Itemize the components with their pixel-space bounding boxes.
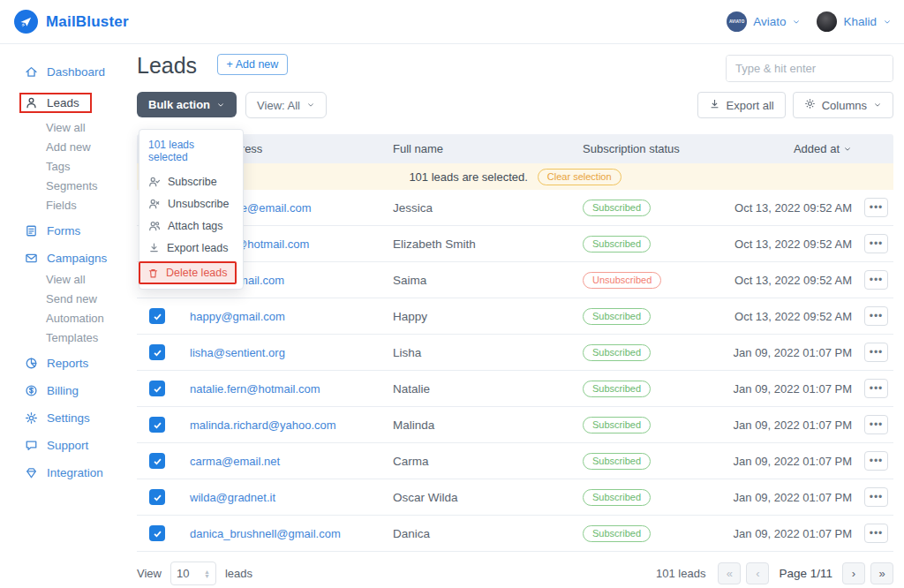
bulk-action-button[interactable]: Bulk action [137,92,237,117]
row-checkbox[interactable] [149,489,165,505]
lead-email-link[interactable]: wilda@gradnet.it [190,491,275,504]
lead-added-at: Jan 09, 2022 01:07 PM [733,418,852,432]
sidebar-item-settings[interactable]: Settings [0,407,137,429]
bulk-menu-item-subscribe[interactable]: Subscribe [139,170,243,192]
lead-full-name: Elizabeth Smith [393,237,583,251]
subscription-status-badge: Subscribed [583,344,651,361]
lead-email-link[interactable]: malinda.richard@yahoo.com [190,418,336,432]
bulk-menu-item-export-leads[interactable]: Export leads [139,237,243,259]
chevron-down-icon [306,101,315,109]
row-checkbox[interactable] [149,381,165,396]
sidebar-item-integration[interactable]: Integration [0,462,137,484]
col-header-added-at[interactable]: Added at [733,142,852,155]
row-actions-button[interactable]: ••• [864,415,888,434]
row-actions-button[interactable]: ••• [864,343,888,362]
page-title: Leads [137,53,197,79]
row-checkbox[interactable] [149,525,165,541]
gear-icon [25,411,38,425]
col-header-full-name[interactable]: Full name [393,142,583,155]
chevron-down-icon [873,101,882,109]
row-actions-button[interactable]: ••• [864,306,888,326]
sidebar-item-billing[interactable]: Billing [0,380,137,402]
stepper-carets-icon[interactable]: ▲▼ [204,569,210,578]
sidebar-item-dashboard[interactable]: Dashboard [0,61,137,83]
per-page-stepper[interactable]: 10 ▲▼ [170,562,216,585]
row-actions-button[interactable]: ••• [864,379,888,398]
sidebar-item-label: Forms [47,224,80,237]
table-row: jessica.nee@email.comJessicaSubscribedOc… [137,190,893,226]
lead-full-name: Lisha [393,346,583,359]
lead-email-link[interactable]: carma@email.net [190,455,280,468]
sidebar-item-add-new[interactable]: Add new [0,137,137,156]
bulk-menu-item-label: Subscribe [168,176,217,188]
workspace-menu[interactable]: AVIATO Aviato [727,11,801,32]
sidebar-item-automation[interactable]: Automation [0,308,137,328]
row-actions-button[interactable]: ••• [864,198,888,217]
sidebar-item-forms[interactable]: Forms [0,220,137,242]
home-icon [25,65,38,79]
sidebar-item-view-all[interactable]: View all [0,117,137,137]
sidebar-item-support[interactable]: Support [0,434,137,456]
export-all-button[interactable]: Export all [697,92,786,118]
sidebar-item-label: Templates [46,331,98,344]
row-actions-button[interactable]: ••• [864,451,888,471]
first-page-button[interactable]: « [718,562,741,584]
bulk-action-label: Bulk action [148,98,210,111]
lead-full-name: Danica [393,527,583,540]
selection-alert: 101 leads are selected. Clear selection [137,163,893,190]
row-checkbox[interactable] [149,453,165,469]
sidebar-item-segments[interactable]: Segments [0,176,137,195]
chevron-down-icon [216,101,225,109]
bulk-menu-item-label: Delete leads [166,267,228,279]
row-checkbox[interactable] [149,417,165,433]
dollar-icon [25,384,38,397]
next-page-button[interactable]: › [842,562,865,584]
table-row: natalie.fern@hotmail.comNatalieSubscribe… [137,371,893,407]
prev-page-button[interactable]: ‹ [746,562,769,584]
lead-email-link[interactable]: lisha@sentient.org [190,346,285,359]
sidebar-item-label: Dashboard [47,65,105,79]
lead-full-name: Jessica [393,201,583,215]
bulk-menu-item-attach-tags[interactable]: Attach tags [139,215,243,237]
row-actions-button[interactable]: ••• [864,234,888,253]
col-header-status[interactable]: Subscription status [583,142,733,155]
sidebar-item-send-new[interactable]: Send new [0,289,137,308]
subscription-status-badge: Unsubscribed [583,272,661,289]
row-actions-button[interactable]: ••• [864,270,888,290]
lead-email-link[interactable]: danica_brushnell@gmail.com [190,527,341,540]
lead-email-link[interactable]: natalie.fern@hotmail.com [190,382,320,396]
sidebar-item-tags[interactable]: Tags [0,156,137,176]
row-checkbox[interactable] [149,308,165,324]
sidebar-item-label: Segments [46,179,98,192]
search-input[interactable] [727,56,893,81]
sidebar-item-templates[interactable]: Templates [0,328,137,347]
view-filter-button[interactable]: View: All [245,92,327,118]
account-area: AVIATO Aviato Khalid [727,11,892,32]
columns-button[interactable]: Columns [793,92,893,118]
bulk-menu-item-delete-leads[interactable]: Delete leads [139,261,237,284]
chat-icon [25,439,38,452]
top-bar: MailBluster AVIATO Aviato Khalid [0,0,904,44]
clear-selection-button[interactable]: Clear selection [538,169,622,185]
lead-added-at: Jan 09, 2022 01:07 PM [733,455,852,468]
lead-added-at: Jan 09, 2022 01:07 PM [733,346,852,359]
sidebar-item-label: Automation [46,312,104,325]
row-actions-button[interactable]: ••• [864,487,888,507]
add-new-button[interactable]: + Add new [217,54,289,75]
lead-full-name: Oscar Wilda [393,491,583,504]
row-checkbox[interactable] [149,344,165,360]
sidebar-item-reports[interactable]: Reports [0,352,137,374]
workspace-avatar: AVIATO [727,11,747,32]
row-actions-button[interactable]: ••• [864,524,888,543]
user-menu[interactable]: Khalid [817,11,892,32]
brand[interactable]: MailBluster [14,10,129,34]
sort-caret-icon [843,145,852,154]
last-page-button[interactable]: » [870,562,893,584]
lead-email-link[interactable]: happy@gmail.com [190,310,285,323]
bulk-menu-item-unsubscribe[interactable]: Unsubscribe [139,192,243,215]
sidebar-item-campaigns[interactable]: Campaigns [0,247,137,269]
sidebar-item-fields[interactable]: Fields [0,195,137,215]
sidebar-item-view-all[interactable]: View all [0,269,137,289]
added-at-label: Added at [794,142,840,155]
sidebar-item-leads[interactable]: Leads [0,88,137,117]
